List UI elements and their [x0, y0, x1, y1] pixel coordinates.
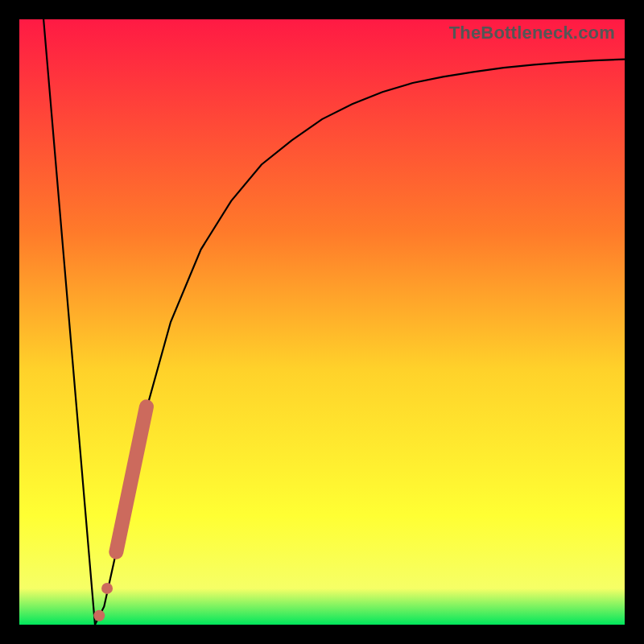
gradient-background: [19, 19, 625, 625]
highlight-dot-2: [93, 610, 105, 621]
watermark-text: TheBottleneck.com: [449, 23, 615, 43]
chart-frame: TheBottleneck.com: [0, 0, 644, 644]
plot-area: TheBottleneck.com: [19, 19, 625, 625]
chart-svg: [19, 19, 625, 625]
highlight-dot-1: [101, 583, 113, 594]
